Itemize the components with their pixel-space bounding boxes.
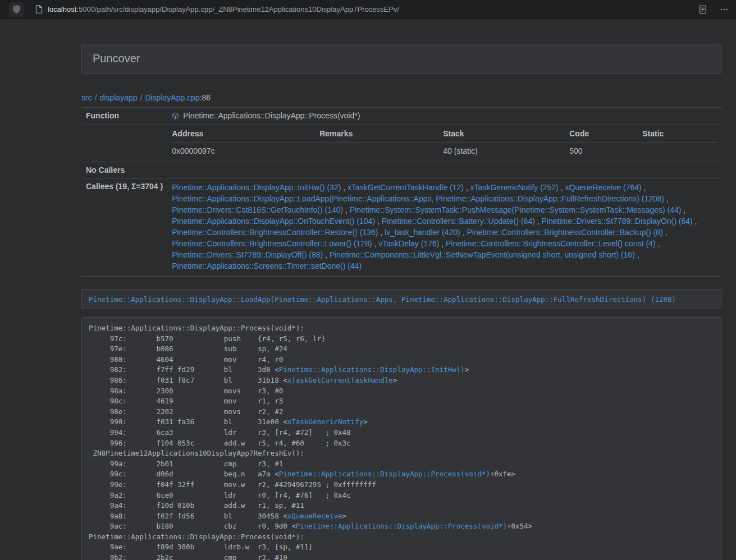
function-row: Function Pinetime::Applications::Display… <box>81 108 721 125</box>
function-table: Function Pinetime::Applications::Display… <box>81 107 721 277</box>
callee-separator: , <box>664 194 669 203</box>
stats-header-remarks: Remarks <box>319 128 443 143</box>
callee-link[interactable]: Pinetime::Applications::DisplayApp::OnTo… <box>172 217 375 226</box>
breadcrumb-line-number: :86 <box>200 93 211 102</box>
callee-separator: , <box>635 250 639 259</box>
callee-link[interactable]: Pinetime::Drivers::St7789::DisplayOff() … <box>172 250 323 259</box>
shield-glyph <box>12 4 21 14</box>
divider <box>81 85 721 85</box>
callee-link[interactable]: Pinetime::System::SystemTask::PushMessag… <box>350 205 682 214</box>
breadcrumb: src/displayapp/DisplayApp.cpp:86 <box>81 93 721 102</box>
breadcrumb-separator: / <box>140 93 143 102</box>
callee-separator: , <box>439 239 446 248</box>
callee-separator: , <box>343 205 350 214</box>
callee-link[interactable]: vTaskDelay (176) <box>378 239 439 248</box>
callees-row: Callees (19, Σ=3704 ) Pinetime::Applicat… <box>81 178 721 277</box>
selected-callee-link[interactable]: Pinetime::Applications::DisplayApp::Load… <box>89 295 676 304</box>
toolbar-actions <box>699 5 729 14</box>
overflow-menu-icon[interactable] <box>720 5 729 14</box>
breadcrumb-link-file[interactable]: DisplayApp.cpp <box>145 93 199 102</box>
no-callers-label: No Callers <box>81 162 167 178</box>
page-container: Puncover src/displayapp/DisplayApp.cpp:8… <box>81 19 721 560</box>
callee-link[interactable]: Pinetime::Controllers::BrightnessControl… <box>467 228 662 237</box>
callee-link[interactable]: Pinetime::Controllers::BrightnessControl… <box>446 239 655 248</box>
app-header: Puncover <box>81 44 721 74</box>
app-title[interactable]: Puncover <box>93 52 140 65</box>
symbol-link[interactable]: Pinetime::Applications::DisplayApp::Proc… <box>279 470 490 478</box>
callee-link[interactable]: Pinetime::Applications::Screens::Timer::… <box>172 261 362 270</box>
url-path: :5000/path/src/displayapp/DisplayApp.cpp… <box>76 5 399 13</box>
function-signature: Pinetime::Applications::DisplayApp::Proc… <box>183 111 360 120</box>
breadcrumb-link-displayapp[interactable]: displayapp <box>100 93 138 102</box>
symbol-link[interactable]: Pinetime::Applications::DisplayApp::Proc… <box>296 522 507 530</box>
symbol-link[interactable]: xTaskGetCurrentTaskHandle <box>287 376 393 384</box>
callee-separator: , <box>642 183 646 192</box>
stats-header-stack: Stack <box>443 128 569 143</box>
stats-header-code: Code <box>569 128 642 143</box>
stats-value-stack: 40 (static) <box>443 143 569 159</box>
stats-value-remarks <box>319 143 443 159</box>
breadcrumb-link-src[interactable]: src <box>81 93 92 102</box>
disassembly-block: Pinetime::Applications::DisplayApp::Proc… <box>81 317 721 560</box>
callee-separator: , <box>681 205 685 214</box>
callee-separator: , <box>693 217 697 226</box>
callee-separator: , <box>375 217 382 226</box>
callee-separator: , <box>378 228 385 237</box>
callee-link[interactable]: xTaskGetCurrentTaskHandle (12) <box>348 183 464 192</box>
callee-link[interactable]: lv_task_handler (420) <box>385 228 460 237</box>
stats-table: Address Remarks Stack Code Static 0x0000… <box>172 128 717 158</box>
callee-separator: , <box>663 228 668 237</box>
browser-toolbar: localhost:5000/path/src/displayapp/Displ… <box>0 0 736 19</box>
callee-link[interactable]: xTaskGenericNotify (252) <box>470 183 559 192</box>
stats-header-address: Address <box>172 128 319 143</box>
stats-value-code: 500 <box>569 143 642 159</box>
callees-list: Pinetime::Applications::DisplayApp::Init… <box>167 178 721 277</box>
page-icon <box>35 5 43 13</box>
callee-link[interactable]: Pinetime::Components::LittleVgl::SetNewT… <box>330 250 635 259</box>
callee-link[interactable]: Pinetime::Applications::DisplayApp::Init… <box>172 183 341 192</box>
callee-link[interactable]: xQueueReceive (764) <box>565 183 642 192</box>
stats-value-address: 0x0000097c <box>172 143 319 159</box>
url-host: localhost <box>48 5 76 13</box>
callee-separator: , <box>341 183 348 192</box>
stats-value-static <box>642 143 717 159</box>
callee-separator: , <box>559 183 565 192</box>
no-callers-row: No Callers <box>81 162 721 178</box>
callee-link[interactable]: Pinetime::Controllers::BrightnessControl… <box>172 239 372 248</box>
stats-header-static: Static <box>642 128 717 143</box>
function-label: Function <box>81 108 167 125</box>
callees-label: Callees (19, Σ=3704 ) <box>81 178 167 277</box>
callee-separator: , <box>372 239 379 248</box>
callee-separator: , <box>460 228 467 237</box>
callee-separator: , <box>323 250 330 259</box>
symbol-link[interactable]: Pinetime::Applications::DisplayApp::Init… <box>279 365 465 374</box>
callee-separator: , <box>464 183 470 192</box>
stats-row: Address Remarks Stack Code Static 0x0000… <box>81 125 721 162</box>
callee-separator: , <box>656 239 660 248</box>
shield-icon[interactable] <box>9 2 24 17</box>
callee-link[interactable]: Pinetime::Applications::DisplayApp::Load… <box>172 194 664 203</box>
selected-callee-panel: Pinetime::Applications::DisplayApp::Load… <box>81 289 721 309</box>
symbol-link[interactable]: xQueueReceive <box>287 512 342 520</box>
callee-link[interactable]: Pinetime::Controllers::Battery::Update()… <box>382 217 535 226</box>
callee-link[interactable]: Pinetime::Drivers::St7789::DisplayOn() (… <box>542 217 693 226</box>
reader-view-icon[interactable] <box>699 5 707 14</box>
url-bar[interactable]: localhost:5000/path/src/displayapp/Displ… <box>48 5 699 13</box>
symbol-link[interactable]: xTaskGenericNotify <box>287 417 363 426</box>
breadcrumb-separator: / <box>95 93 97 102</box>
callee-link[interactable]: Pinetime::Drivers::Cst816S::GetTouchInfo… <box>172 205 343 214</box>
callee-separator: , <box>535 217 542 226</box>
callee-link[interactable]: Pinetime::Controllers::BrightnessControl… <box>172 228 378 237</box>
function-cube-icon <box>172 112 179 121</box>
